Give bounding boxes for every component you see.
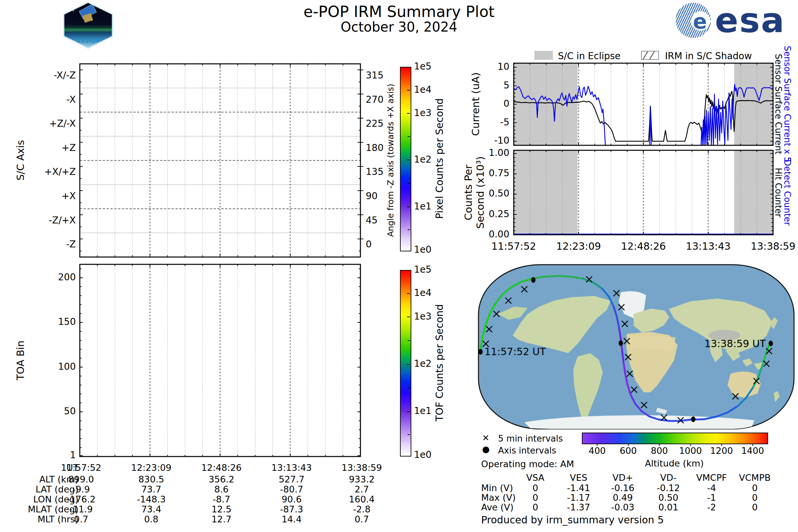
tof-counts-colorbar-tick: 1e1: [414, 406, 432, 416]
pixel-counts-colorbar-tickmark: [407, 113, 410, 114]
current-ytick: 5: [370, 81, 509, 90]
sc-axis-ytick-left: -Z: [0, 240, 76, 249]
counts-ytick: 0.75: [370, 169, 509, 178]
eclipse-legend-swatch: [534, 51, 553, 60]
ephemeris-cell: 933.2: [292, 475, 432, 484]
track-end-time-label: 13:38:59 UT: [704, 338, 766, 349]
tof-counts-colorbar-minor-tickmark: [407, 387, 410, 388]
pixel-counts-colorbar-label: Pixel Counts per Second: [435, 98, 444, 219]
current-ylabel: Current (uA): [471, 72, 481, 136]
sc-axis-ylabel: S/C Axis: [16, 140, 25, 180]
voltage-cell: 0: [685, 503, 798, 512]
altitude-colorbar-label: Altitude (km): [582, 458, 767, 469]
sensor-current-x5-label: Sensor Surface Current x 5: [783, 46, 792, 163]
ephemeris-cell: 0.7: [292, 515, 432, 524]
axis-interval-marker: [478, 349, 483, 355]
current-ytick: 10: [370, 62, 509, 72]
current-ytick: -10: [370, 136, 509, 145]
voltage-cell: 0: [685, 483, 798, 492]
tof-counts-colorbar-tick: 1e2: [414, 359, 432, 368]
pixel-counts-colorbar-tick: 1e0: [414, 245, 432, 254]
time-xtick: 13:38:59: [703, 241, 798, 251]
counts-plot: [514, 150, 773, 235]
detect-counter-label: Detect Counter: [783, 159, 792, 226]
tof-counts-colorbar-tick: 1e3: [414, 312, 432, 321]
operating-mode-text: Operating mode: AM: [481, 459, 574, 469]
pixel-counts-colorbar: [400, 67, 411, 251]
tof-counts-colorbar-tick: 1e5: [414, 265, 432, 274]
current-ytick: -5: [370, 118, 509, 127]
sc-axis-ytick-left: +X: [0, 191, 76, 201]
alt-cb-tick: 1400: [683, 446, 798, 455]
ephemeris-cell: 2.7: [292, 485, 432, 494]
axis-interval-marker: [619, 341, 623, 346]
toa-ytick: 150: [0, 317, 76, 326]
counts-ylabel-1: Counts Per: [463, 165, 474, 220]
counts-ytick: 0.50: [370, 189, 509, 198]
sc-axis-plot: [80, 64, 360, 257]
tof-counts-colorbar: [400, 270, 411, 457]
counts-ytick: 0.25: [370, 209, 509, 219]
angle-ytick-right: 0: [366, 240, 372, 249]
axis-interval-marker-icon: ●: [482, 444, 490, 454]
voltage-col-header: VCMPB: [685, 473, 798, 482]
track-start-time-label: 11:57:52 UT: [484, 346, 546, 358]
axis-interval-marker: [691, 417, 696, 422]
tof-counts-colorbar-tickmark: [407, 293, 410, 294]
ephemeris-cell: 160.4: [292, 495, 432, 504]
tof-counts-colorbar-label: TOF Counts per Second: [435, 304, 444, 421]
tof-counts-colorbar-tickmark: [407, 317, 410, 317]
toa-ylabel: TOA Bin: [16, 341, 25, 380]
pixel-counts-colorbar-tick: 1e3: [414, 108, 432, 118]
sc-axis-ytick-left: +Z/-X: [0, 119, 76, 128]
angle-ytick-right: 315: [366, 71, 383, 80]
eclipse-legend-label: S/C in Eclipse: [558, 51, 621, 61]
tof-counts-colorbar-tick: 1e0: [414, 450, 432, 459]
pixel-counts-colorbar-tickmark: [407, 159, 410, 160]
tof-counts-colorbar-tickmark: [407, 411, 410, 412]
produced-by-text: Produced by irm_summary version 5: [481, 514, 664, 526]
counts-ytick: 0.00: [370, 230, 509, 239]
pixel-counts-colorbar-tickmark: [407, 207, 410, 207]
current-plot: [514, 63, 773, 145]
sc-axis-ytick-left: -X: [0, 95, 76, 104]
ephemeris-cell: 13:38:59: [292, 463, 432, 472]
sc-axis-ytick-left: +X/+Z: [0, 167, 76, 176]
counts-ytick: 1.00: [370, 148, 509, 158]
tof-counts-colorbar-minor-tickmark: [407, 434, 410, 435]
ephemeris-cell: -2.8: [292, 505, 432, 514]
counts-ylabel-2: Second (x10³): [475, 156, 486, 229]
shadow-legend-swatch: [641, 51, 659, 60]
hit-counter-label: Hit Counter: [774, 168, 783, 217]
toa-ytick: 200: [0, 273, 76, 282]
sc-axis-ytick-left: +Z: [0, 143, 76, 153]
altitude-colorbar: [582, 433, 768, 444]
voltage-cell: 0: [685, 493, 798, 502]
tof-counts-colorbar-tickmark: [407, 364, 410, 365]
five-min-marker-icon: ✕: [482, 433, 490, 443]
sc-axis-ytick-left: -Z/+X: [0, 216, 76, 225]
sensor-current-label: Sensor Surface Current: [774, 54, 783, 154]
shadow-legend-label: IRM in S/C Shadow: [665, 51, 752, 61]
toa-ytick: 100: [0, 362, 76, 372]
axis-interval-marker: [531, 277, 536, 283]
toa-ytick: 1: [0, 451, 76, 460]
world-map: 11:57:52 UT 13:38:59 UT: [478, 264, 795, 430]
toa-bin-plot: [80, 264, 360, 457]
pixel-counts-colorbar-minor-tickmark: [407, 183, 410, 184]
axis-interval-legend-label: Axis intervals: [498, 445, 556, 456]
sc-axis-ytick-left: -X/-Z: [0, 71, 76, 80]
toa-ytick: 50: [0, 407, 76, 416]
five-min-legend-label: 5 min intervals: [498, 434, 563, 443]
current-ytick: 0: [370, 99, 509, 108]
tof-counts-colorbar-tick: 1e4: [414, 288, 432, 298]
epop-irm-summary-page: CASSIOPE e-POP IRM Summary Plot October …: [0, 0, 798, 532]
tof-counts-colorbar-minor-tickmark: [407, 340, 410, 341]
axis-interval-marker: [769, 341, 773, 346]
